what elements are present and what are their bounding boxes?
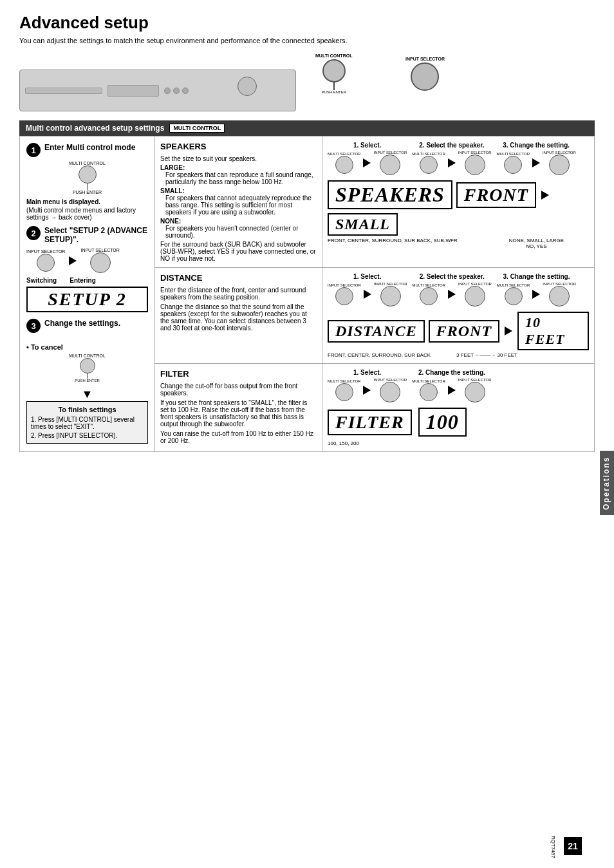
push-enter-label-top: PUSH ENTER <box>321 90 346 94</box>
multi-control-knob <box>322 59 346 82</box>
sp-s2-knob2 <box>465 155 485 175</box>
cancel-label: • To cancel <box>26 343 63 351</box>
filt-s2-knob2 <box>465 382 485 402</box>
multi-control-label: MULTI CONTROL <box>315 53 352 58</box>
input-selector-group: INPUT SELECTOR <box>405 57 445 91</box>
filter-desc2: If you set the front speakers to "SMALL"… <box>160 399 317 428</box>
speakers-title: SPEAKERS <box>160 142 317 151</box>
finish-item2: 2. Press [INPUT SELECTOR]. <box>31 432 144 439</box>
sp-s1-k2: INPUT SELECTOR <box>373 151 407 175</box>
cancel-knob-group: MULTI CONTROL PUSH ENTER <box>26 354 148 382</box>
distance-step2: 2. Select the speaker. MULTI SELECTOR IN… <box>413 273 492 307</box>
filt-s1-k2: INPUT SELECTOR <box>373 378 407 402</box>
step2-display: SETUP 2 <box>26 287 148 312</box>
sp-arrow1 <box>363 158 371 167</box>
step2-row: 2 Select "SETUP 2 (ADVANCE SETUP)". <box>26 226 148 244</box>
step3-title: Change the settings. <box>44 319 120 328</box>
cancel-stem <box>87 373 88 379</box>
distance-display-row: DISTANCE FRONT 10 FEET <box>328 312 589 350</box>
input-selector-knob <box>411 62 439 91</box>
filter-step1-label: 1. Select. <box>353 369 381 376</box>
distance-sublabel3: 3 FEET ←——→ 30 FEET <box>456 352 517 358</box>
speakers-step1: 1. Select. MULTI SELECTOR INPUT SELECTOR <box>328 142 407 175</box>
sp-arrow3 <box>532 158 540 167</box>
sp-knob2 <box>380 155 400 175</box>
filter-display-row: FILTER 100 <box>328 408 589 437</box>
device-center-knob <box>237 77 257 96</box>
step1-stem <box>87 184 88 190</box>
filter-display2: 100 <box>418 408 467 437</box>
filter-section: FILTER Change the cut-off for bass outpu… <box>155 364 594 451</box>
sp-s3-knob1 <box>504 156 522 174</box>
section-badge: MULTI CONTROL <box>169 124 225 133</box>
page-title: Advanced setup <box>19 13 595 33</box>
sp-s3-k1: MULTI SELECTOR <box>497 152 530 174</box>
filter-desc1: Change the cut-off for bass output from … <box>160 382 317 397</box>
step2-knob2-group: INPUT SELECTOR <box>80 248 119 273</box>
speakers-display2: FRONT <box>456 182 536 208</box>
section-header-text: Multi control advanced setup settings <box>26 124 164 133</box>
step2-arrow <box>69 256 77 265</box>
filter-display1: FILTER <box>328 410 412 435</box>
finish-item1: 1. Press [MULTI CONTROL] several times t… <box>31 416 144 430</box>
filt-arrow2 <box>448 386 456 395</box>
dist-s1-k1: INPUT SELECTOR <box>328 283 361 305</box>
dist-s1-k2: INPUT SELECTOR <box>374 282 407 307</box>
cancel-section: • To cancel MULTI CONTROL PUSH ENTER <box>26 339 148 382</box>
dist-s3-k1: MULTI SELECTOR <box>497 283 530 305</box>
filt-s2-k1: MULTI SELECTOR <box>412 379 445 401</box>
dist-step1-controls: INPUT SELECTOR INPUT SELECTOR <box>328 282 407 307</box>
dist-step3-controls: MULTI SELECTOR INPUT SELECTOR <box>497 282 576 307</box>
filter-step2: 2. Change the setting. MULTI SELECTOR IN… <box>412 369 491 402</box>
distance-controls-col: 1. Select. INPUT SELECTOR INPUT SELECTOR <box>322 268 594 363</box>
step1-knob <box>79 165 97 184</box>
section-header: Multi control advanced setup settings MU… <box>19 120 595 136</box>
distance-step2-label: 2. Select the speaker. <box>420 273 485 280</box>
speakers-sublabel3: NONE, SMALL, LARGE NO, YES <box>509 238 564 249</box>
filter-controls-col: 1. Select. MULTI SELECTOR INPUT SELECTOR <box>322 364 594 451</box>
filter-sublabels: 100, 150, 200 <box>328 439 589 446</box>
speakers-small-head: SMALL: <box>160 187 317 194</box>
finish-box: To finish settings 1. Press [MULTI CONTR… <box>26 401 148 444</box>
filt-s2-knob1 <box>420 383 438 401</box>
main-content: 1 Enter Multi control mode MULTI CONTROL… <box>19 136 595 452</box>
step3-row: 3 Change the settings. <box>26 319 148 333</box>
speakers-steps-row: 1. Select. MULTI SELECTOR INPUT SELECTOR <box>328 142 589 175</box>
finish-section: ▼ To finish settings 1. Press [MULTI CON… <box>26 388 148 444</box>
distance-sublabels: FRONT, CENTER, SURROUND, SUR BACK 3 FEET… <box>328 352 589 358</box>
filter-desc3: You can raise the cut-off from 100 Hz to… <box>160 430 317 444</box>
step1-badge: 1 <box>26 143 41 157</box>
sp-s3-k2: INPUT SELECTOR <box>543 151 576 175</box>
dist-s3-k2: INPUT SELECTOR <box>543 282 576 307</box>
step1-note2: (Multi control mode menus and factory se… <box>26 207 148 221</box>
distance-desc2: Change the distance so that the sound fr… <box>160 303 317 332</box>
speakers-display3: SMALL <box>328 213 398 236</box>
step3-badge: 3 <box>26 319 41 333</box>
speakers-large-desc: For speakers that can reproduce a full s… <box>165 171 317 185</box>
filt-s1-k1: MULTI SELECTOR <box>328 379 360 401</box>
device-bar <box>25 88 102 94</box>
filt-knob1 <box>335 383 353 401</box>
step2-title: Select "SETUP 2 (ADVANCE SETUP)". <box>44 226 148 244</box>
step2-labels-row: Switching Entering <box>26 277 148 284</box>
multi-control-stem <box>333 82 335 90</box>
speakers-tri <box>541 191 549 200</box>
speakers-display-row: SPEAKERS FRONT SMALL <box>328 180 589 236</box>
speakers-none-head: NONE: <box>160 218 317 225</box>
sp-s1-k1: MULTI SELECTOR <box>328 152 360 174</box>
filter-steps-row: 1. Select. MULTI SELECTOR INPUT SELECTOR <box>328 369 589 402</box>
step1-note: Main menu is displayed. <box>26 198 148 205</box>
distance-display1: DISTANCE <box>328 320 425 343</box>
filter-step1: 1. Select. MULTI SELECTOR INPUT SELECTOR <box>328 369 407 402</box>
device-dot-1 <box>164 88 171 94</box>
page-number: 21 <box>564 837 582 855</box>
speakers-step3-label: 3. Change the setting. <box>503 142 570 149</box>
sp-knob1 <box>335 156 353 174</box>
speakers-sublabel2: FRONT, CENTER, SURROUND, SUR BACK, SUB-W… <box>328 238 458 249</box>
subtitle: You can adjust the settings to match the… <box>19 37 595 44</box>
filter-sublabel2: 100, 150, 200 <box>328 440 359 446</box>
distance-display3: 10 FEET <box>517 312 589 350</box>
step2-badge: 2 <box>26 226 41 240</box>
filt-knob2 <box>380 382 400 402</box>
operations-sidebar: Operations <box>600 451 614 515</box>
